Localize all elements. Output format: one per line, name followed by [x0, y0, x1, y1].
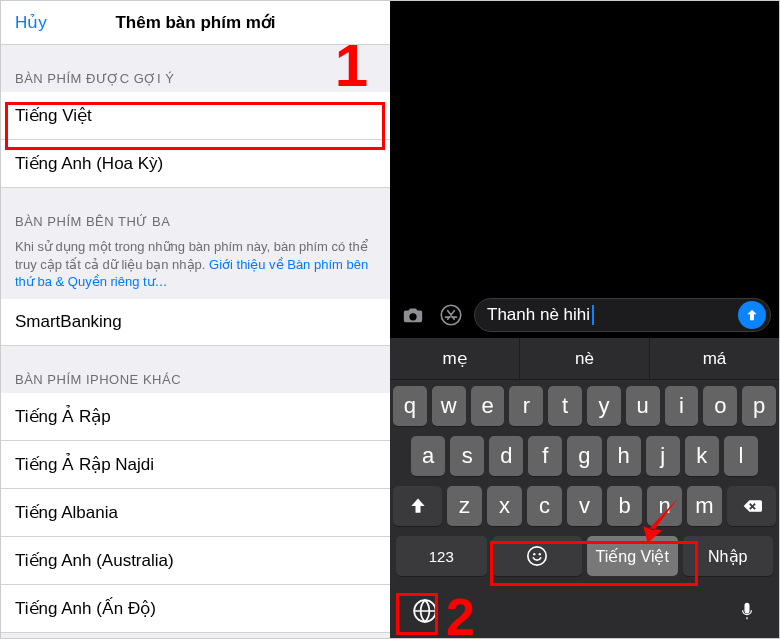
shift-key[interactable]	[393, 486, 442, 526]
key-c[interactable]: c	[527, 486, 562, 526]
return-key[interactable]: Nhập	[683, 536, 774, 576]
key-s[interactable]: s	[450, 436, 484, 476]
nav-header: Hủy Thêm bàn phím mới	[1, 1, 390, 45]
camera-icon[interactable]	[398, 300, 428, 330]
key-y[interactable]: y	[587, 386, 621, 426]
key-row-2: a s d f g h j k l	[393, 436, 776, 476]
key-r[interactable]: r	[509, 386, 543, 426]
key-b[interactable]: b	[607, 486, 642, 526]
suggestion[interactable]: mẹ	[390, 338, 520, 379]
key-g[interactable]: g	[567, 436, 601, 476]
key-k[interactable]: k	[685, 436, 719, 476]
mic-icon[interactable]	[733, 597, 761, 625]
keyboard-option[interactable]: Tiếng Anh (Australia)	[1, 537, 390, 585]
key-p[interactable]: p	[742, 386, 776, 426]
suggestion[interactable]: nè	[520, 338, 650, 379]
message-input-bar: Thanh nè hihi	[390, 292, 779, 338]
appstore-icon[interactable]	[436, 300, 466, 330]
key-w[interactable]: w	[432, 386, 466, 426]
numbers-key[interactable]: 123	[396, 536, 487, 576]
messages-keyboard-screen: Thanh nè hihi mẹ nè má q w e r t y u i o…	[390, 1, 779, 638]
section-header-suggested: BÀN PHÍM ĐƯỢC GỢI Ý	[1, 45, 390, 92]
svg-point-2	[533, 553, 535, 555]
key-e[interactable]: e	[471, 386, 505, 426]
thirdparty-description: Khi sử dụng một trong những bàn phím này…	[1, 235, 390, 299]
keyboard-option[interactable]: Tiếng Albania	[1, 489, 390, 537]
key-h[interactable]: h	[607, 436, 641, 476]
cancel-button[interactable]: Hủy	[1, 12, 61, 33]
message-input-wrap[interactable]: Thanh nè hihi	[474, 298, 771, 332]
key-f[interactable]: f	[528, 436, 562, 476]
settings-add-keyboard-screen: Hủy Thêm bàn phím mới BÀN PHÍM ĐƯỢC GỢI …	[1, 1, 390, 638]
key-n[interactable]: n	[647, 486, 682, 526]
spacebar[interactable]: Tiếng Việt	[587, 536, 678, 576]
key-j[interactable]: j	[646, 436, 680, 476]
key-d[interactable]: d	[489, 436, 523, 476]
emoji-key[interactable]	[492, 536, 583, 576]
svg-point-3	[538, 553, 540, 555]
annotation-number-2: 2	[446, 587, 475, 639]
page-title: Thêm bàn phím mới	[115, 12, 275, 33]
key-t[interactable]: t	[548, 386, 582, 426]
send-button[interactable]	[738, 301, 766, 329]
spacebar-row: 123 Tiếng Việt Nhập	[393, 536, 776, 576]
keyboard-option-vietnamese[interactable]: Tiếng Việt	[1, 92, 390, 140]
globe-icon[interactable]	[408, 594, 442, 628]
keyboard-option-english-us[interactable]: Tiếng Anh (Hoa Kỳ)	[1, 140, 390, 188]
key-u[interactable]: u	[626, 386, 660, 426]
backspace-key[interactable]	[727, 486, 776, 526]
section-header-thirdparty: BÀN PHÍM BÊN THỨ BA	[1, 188, 390, 235]
key-v[interactable]: v	[567, 486, 602, 526]
svg-point-1	[528, 547, 546, 565]
keyboard-option-smartbanking[interactable]: SmartBanking	[1, 299, 390, 346]
key-row-3: z x c v b n m	[393, 486, 776, 526]
keyboard-option[interactable]: Tiếng Ả Rập Najdi	[1, 441, 390, 489]
suggestion-bar: mẹ nè má	[390, 338, 779, 380]
key-l[interactable]: l	[724, 436, 758, 476]
suggestion[interactable]: má	[650, 338, 779, 379]
key-i[interactable]: i	[665, 386, 699, 426]
key-z[interactable]: z	[447, 486, 482, 526]
keyboard-option[interactable]: Tiếng Anh (Ấn Độ)	[1, 585, 390, 633]
key-row-1: q w e r t y u i o p	[393, 386, 776, 426]
keyboard-option[interactable]: Tiếng Ả Rập	[1, 393, 390, 441]
key-o[interactable]: o	[703, 386, 737, 426]
annotation-number-1: 1	[335, 31, 368, 100]
key-q[interactable]: q	[393, 386, 427, 426]
key-m[interactable]: m	[687, 486, 722, 526]
conversation-area	[390, 1, 779, 292]
key-x[interactable]: x	[487, 486, 522, 526]
message-input[interactable]: Thanh nè hihi	[487, 305, 738, 326]
key-a[interactable]: a	[411, 436, 445, 476]
section-header-other: BÀN PHÍM IPHONE KHÁC	[1, 346, 390, 393]
